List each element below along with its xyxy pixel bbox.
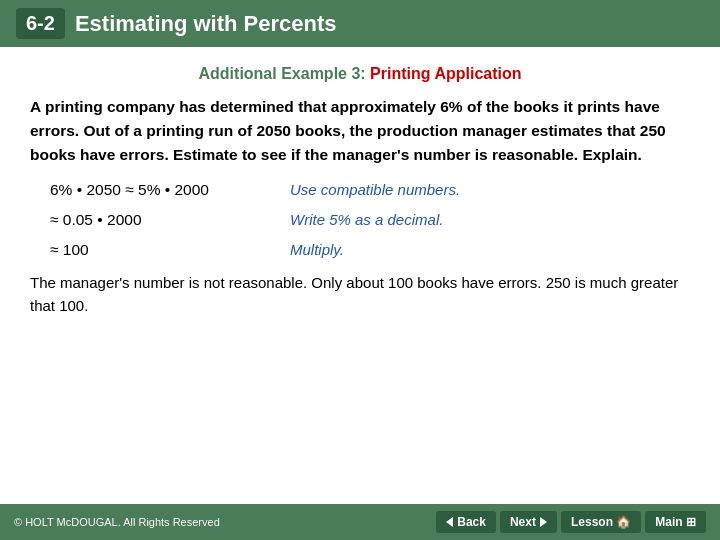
next-label: Next (510, 515, 536, 529)
footer-buttons: Back Next Lesson 🏠 Main ⊞ (436, 511, 706, 533)
lesson-button[interactable]: Lesson 🏠 (561, 511, 641, 533)
math-step-2: ≈ 0.05 • 2000 Write 5% as a decimal. (50, 211, 690, 229)
header-bar: 6-2 Estimating with Percents (0, 0, 720, 47)
math-comment-3: Multiply. (290, 241, 344, 258)
conclusion-text: The manager's number is not reasonable. … (30, 271, 690, 318)
page-title: Estimating with Percents (75, 11, 337, 37)
lesson-label: Lesson (571, 515, 613, 529)
copyright-text: © HOLT McDOUGAL. All Rights Reserved (14, 516, 220, 528)
section-badge: 6-2 (16, 8, 65, 39)
main-label: Main (655, 515, 682, 529)
math-expr-2: ≈ 0.05 • 2000 (50, 211, 270, 229)
home-icon: 🏠 (616, 515, 631, 529)
content-area: Additional Example 3: Printing Applicati… (0, 47, 720, 328)
main-button[interactable]: Main ⊞ (645, 511, 706, 533)
next-arrow-icon (540, 517, 547, 527)
math-expr-3: ≈ 100 (50, 241, 270, 259)
example-title: Additional Example 3: Printing Applicati… (30, 65, 690, 83)
back-button[interactable]: Back (436, 511, 496, 533)
problem-text: A printing company has determined that a… (30, 95, 690, 167)
math-comment-1: Use compatible numbers. (290, 181, 460, 198)
math-step-1: 6% • 2050 ≈ 5% • 2000 Use compatible num… (50, 181, 690, 199)
math-steps: 6% • 2050 ≈ 5% • 2000 Use compatible num… (50, 181, 690, 259)
back-label: Back (457, 515, 486, 529)
example-label: Additional Example 3: (199, 65, 366, 82)
math-comment-2: Write 5% as a decimal. (290, 211, 443, 228)
math-expr-1: 6% • 2050 ≈ 5% • 2000 (50, 181, 270, 199)
footer-bar: © HOLT McDOUGAL. All Rights Reserved Bac… (0, 504, 720, 540)
next-button[interactable]: Next (500, 511, 557, 533)
math-step-3: ≈ 100 Multiply. (50, 241, 690, 259)
example-highlight: Printing Application (370, 65, 521, 82)
back-arrow-icon (446, 517, 453, 527)
grid-icon: ⊞ (686, 515, 696, 529)
